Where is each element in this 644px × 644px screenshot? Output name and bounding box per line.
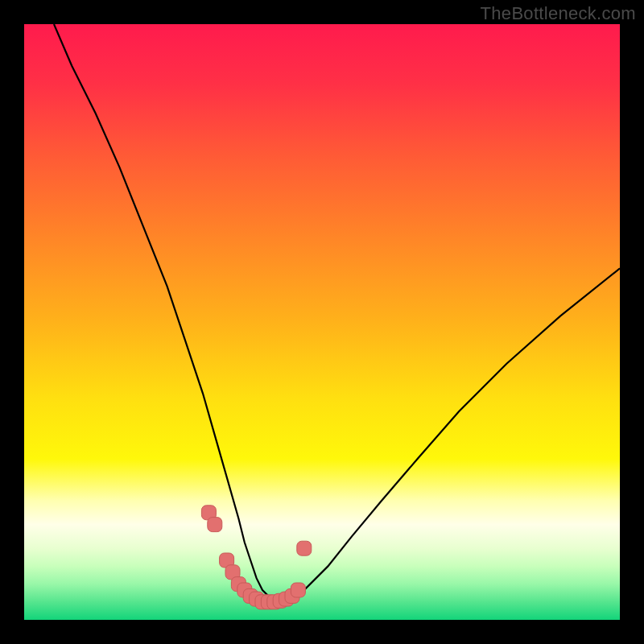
attribution-text: TheBottleneck.com <box>481 3 636 24</box>
plot-svg <box>24 24 620 620</box>
marker-point <box>291 583 305 597</box>
marker-point <box>297 541 312 555</box>
marker-point <box>208 518 222 532</box>
gradient-background <box>24 24 620 620</box>
plot-area <box>24 24 620 620</box>
chart-frame: TheBottleneck.com <box>0 0 644 644</box>
